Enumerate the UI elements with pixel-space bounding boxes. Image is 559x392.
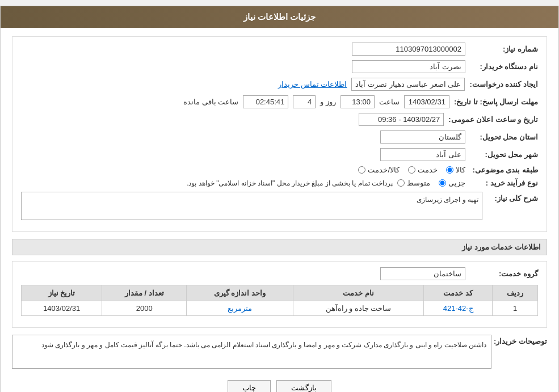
deadline-remaining: 02:45:41 bbox=[243, 95, 288, 108]
need-number-value: 1103097013000002 bbox=[352, 43, 465, 56]
process-motvaset-radio[interactable] bbox=[397, 179, 405, 187]
deadline-days: 4 bbox=[293, 95, 316, 108]
need-number-label: شماره نیاز: bbox=[470, 45, 538, 53]
process-jozi-label: جزیی bbox=[448, 179, 465, 187]
sharh-value: تهیه و اجرای زیرسازی bbox=[21, 192, 482, 220]
deadline-remaining-label: ساعت باقی مانده bbox=[183, 98, 238, 106]
main-form-section: شماره نیاز: 1103097013000002 نام دستگاه … bbox=[12, 36, 547, 232]
cell-service-code: ج-42-421 bbox=[424, 301, 493, 316]
deadline-time: 13:00 bbox=[341, 95, 375, 108]
creator-label: ایجاد کننده درخواست: bbox=[469, 80, 538, 88]
process-jozi[interactable]: جزیی bbox=[439, 179, 465, 187]
process-row: نوع فرآیند خرید : متوسط جزیی پرداخت تمام… bbox=[21, 179, 538, 187]
category-label: طبقه بندی موضوعی: bbox=[470, 166, 538, 174]
category-khedmat-radio[interactable] bbox=[408, 166, 415, 174]
station-row: نام دستگاه خریدار: نصرت آباد bbox=[21, 60, 538, 73]
col-quantity: تعداد / مقدار bbox=[102, 285, 187, 301]
services-section-title: اطلاعات خدمات مورد نیاز bbox=[12, 239, 547, 255]
announce-label: تاریخ و ساعت اعلان عمومی: bbox=[448, 115, 538, 124]
table-row: 1 ج-42-421 ساخت جاده و راه‌آهن مترمربع 2… bbox=[22, 301, 538, 316]
category-khedmat-label: خدمت bbox=[418, 166, 438, 174]
station-value: نصرت آباد bbox=[352, 60, 465, 73]
deadline-row: مهلت ارسال پاسخ: تا تاریخ: 1403/02/31 سا… bbox=[21, 95, 538, 108]
city-row: شهر محل تحویل: علی آباد bbox=[21, 148, 538, 161]
category-radio-group: کالا/خدمت خدمت کالا bbox=[358, 166, 465, 174]
process-motvaset[interactable]: متوسط bbox=[397, 179, 430, 187]
city-value: علی آباد bbox=[380, 148, 465, 161]
sharh-row: شرح کلی نیاز: تهیه و اجرای زیرسازی bbox=[21, 192, 538, 220]
buyer-desc-row: توصیحات خریدار: داشتن صلاحیت راه و ابنی … bbox=[12, 335, 547, 369]
process-label: نوع فرآیند خرید : bbox=[470, 179, 538, 187]
services-table: ردیف کد خدمت نام خدمت واحد اندازه گیری ت… bbox=[21, 285, 538, 316]
category-kala-khedmat-label: کالا/خدمت bbox=[368, 166, 400, 174]
category-kala-khedmat-radio[interactable] bbox=[358, 166, 365, 174]
announce-value: 1403/02/27 - 09:36 bbox=[359, 113, 444, 126]
creator-row: ایجاد کننده درخواست: علی اصغر عباسی دهیا… bbox=[21, 78, 538, 91]
city-label: شهر محل تحویل: bbox=[470, 150, 538, 159]
category-kala-khedmat[interactable]: کالا/خدمت bbox=[358, 166, 400, 174]
deadline-days-label: روز و bbox=[320, 98, 336, 106]
back-button[interactable]: بازگشت bbox=[276, 380, 331, 392]
category-kala[interactable]: کالا bbox=[446, 166, 465, 174]
sharh-label: شرح کلی نیاز: bbox=[487, 192, 538, 203]
category-kala-radio[interactable] bbox=[446, 166, 453, 174]
page-wrapper: جزئیات اطلاعات نیاز شماره نیاز: 11030970… bbox=[0, 6, 559, 392]
button-row: بازگشت چاپ bbox=[12, 374, 547, 392]
col-service-code: کد خدمت bbox=[424, 285, 493, 301]
content-area: شماره نیاز: 1103097013000002 نام دستگاه … bbox=[1, 28, 558, 392]
province-label: استان محل تحویل: bbox=[470, 133, 538, 141]
cell-quantity: 2000 bbox=[102, 301, 187, 316]
group-service-row: گروه خدمت: ساختمان bbox=[21, 267, 538, 280]
category-khedmat[interactable]: خدمت bbox=[408, 166, 438, 174]
page-title: جزئیات اطلاعات نیاز bbox=[243, 12, 316, 22]
process-motvaset-label: متوسط bbox=[407, 179, 430, 187]
cell-date: 1403/02/31 bbox=[22, 301, 102, 316]
need-number-row: شماره نیاز: 1103097013000002 bbox=[21, 43, 538, 56]
col-unit: واحد اندازه گیری bbox=[187, 285, 293, 301]
contact-link[interactable]: اطلاعات تماس خریدار bbox=[278, 80, 347, 88]
group-value: ساختمان bbox=[380, 267, 465, 280]
buyer-desc-text: داشتن صلاحیت راه و ابنی و بارگذاری مدارک… bbox=[12, 335, 491, 369]
col-date: تاریخ نیاز bbox=[22, 285, 102, 301]
province-row: استان محل تحویل: گلستان bbox=[21, 130, 538, 144]
deadline-time-label: ساعت bbox=[379, 98, 400, 106]
category-row: طبقه بندی موضوعی: کالا/خدمت خدمت کالا bbox=[21, 166, 538, 174]
cell-service-name: ساخت جاده و راه‌آهن bbox=[293, 301, 423, 316]
col-row-num: ردیف bbox=[493, 285, 538, 301]
table-header-row: ردیف کد خدمت نام خدمت واحد اندازه گیری ت… bbox=[22, 285, 538, 301]
col-service-name: نام خدمت bbox=[293, 285, 423, 301]
announce-row: تاریخ و ساعت اعلان عمومی: 1403/02/27 - 0… bbox=[21, 113, 538, 126]
process-radio-group: متوسط جزیی bbox=[397, 179, 465, 187]
buyer-desc-label: توصیحات خریدار: bbox=[496, 335, 547, 345]
province-value: گلستان bbox=[380, 130, 465, 144]
station-label: نام دستگاه خریدار: bbox=[470, 62, 538, 71]
category-kala-label: کالا bbox=[456, 166, 465, 174]
cell-row-num: 1 bbox=[493, 301, 538, 316]
group-label: گروه خدمت: bbox=[470, 269, 538, 278]
process-description: پرداخت تمام یا بخشی از مبلغ خریدار محل "… bbox=[187, 179, 393, 187]
services-section: گروه خدمت: ساختمان ردیف کد خدمت نام خدمت… bbox=[12, 261, 547, 328]
deadline-label: مهلت ارسال پاسخ: تا تاریخ: bbox=[454, 98, 538, 106]
print-button[interactable]: چاپ bbox=[228, 380, 271, 392]
cell-unit: مترمربع bbox=[187, 301, 293, 316]
process-jozi-radio[interactable] bbox=[439, 179, 446, 187]
creator-value: علی اصغر عباسی دهیار نصرت آباد bbox=[351, 78, 465, 91]
deadline-date: 1403/02/31 bbox=[404, 95, 449, 108]
page-header: جزئیات اطلاعات نیاز bbox=[1, 6, 558, 28]
